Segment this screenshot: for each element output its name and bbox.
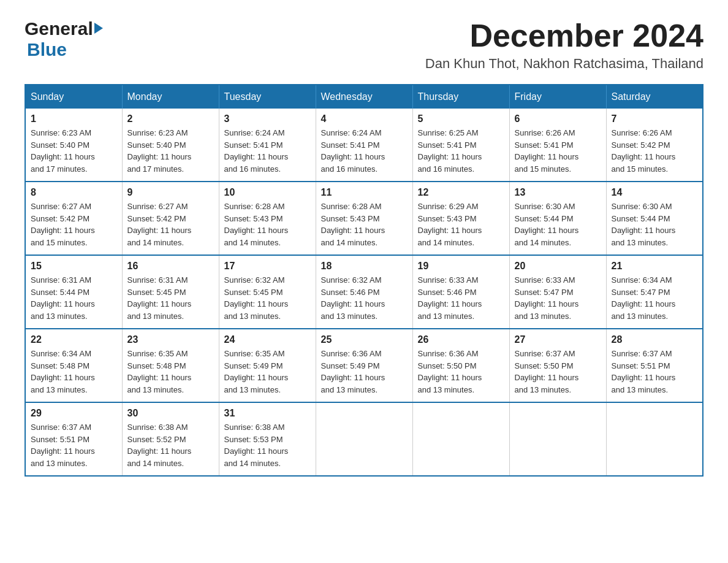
day-number: 8 [31, 187, 117, 198]
calendar-cell: 9Sunrise: 6:27 AMSunset: 5:42 PMDaylight… [122, 182, 219, 255]
calendar-cell: 11Sunrise: 6:28 AMSunset: 5:43 PMDayligh… [316, 182, 412, 255]
calendar-week-row: 8Sunrise: 6:27 AMSunset: 5:42 PMDaylight… [25, 182, 703, 255]
day-number: 9 [127, 187, 214, 198]
calendar-cell: 19Sunrise: 6:33 AMSunset: 5:46 PMDayligh… [412, 255, 509, 329]
day-number: 17 [224, 261, 311, 272]
day-info: Sunrise: 6:29 AMSunset: 5:43 PMDaylight:… [418, 201, 504, 248]
day-number: 29 [31, 408, 117, 419]
day-number: 21 [612, 261, 698, 272]
day-number: 6 [515, 113, 601, 124]
day-info: Sunrise: 6:38 AMSunset: 5:52 PMDaylight:… [127, 421, 214, 469]
day-info: Sunrise: 6:35 AMSunset: 5:48 PMDaylight:… [127, 348, 214, 396]
day-info: Sunrise: 6:34 AMSunset: 5:48 PMDaylight:… [31, 348, 117, 396]
title-section: December 2024 Dan Khun Thot, Nakhon Ratc… [425, 18, 703, 72]
day-info: Sunrise: 6:30 AMSunset: 5:44 PMDaylight:… [612, 201, 698, 248]
calendar-week-row: 1Sunrise: 6:23 AMSunset: 5:40 PMDaylight… [25, 109, 703, 182]
calendar-cell: 25Sunrise: 6:36 AMSunset: 5:49 PMDayligh… [316, 329, 412, 402]
day-number: 24 [224, 334, 311, 345]
day-number: 12 [418, 187, 504, 198]
calendar-cell: 23Sunrise: 6:35 AMSunset: 5:48 PMDayligh… [122, 329, 219, 402]
calendar-cell: 12Sunrise: 6:29 AMSunset: 5:43 PMDayligh… [412, 182, 509, 255]
weekday-header-monday: Monday [122, 85, 219, 109]
calendar-cell [316, 402, 412, 476]
calendar-cell: 29Sunrise: 6:37 AMSunset: 5:51 PMDayligh… [25, 402, 122, 476]
calendar-cell: 20Sunrise: 6:33 AMSunset: 5:47 PMDayligh… [509, 255, 606, 329]
logo-blue-text: Blue [27, 39, 67, 59]
day-number: 2 [127, 113, 214, 124]
calendar-cell: 18Sunrise: 6:32 AMSunset: 5:46 PMDayligh… [316, 255, 412, 329]
day-info: Sunrise: 6:37 AMSunset: 5:51 PMDaylight:… [31, 421, 117, 469]
day-info: Sunrise: 6:32 AMSunset: 5:45 PMDaylight:… [224, 274, 311, 322]
calendar-cell: 14Sunrise: 6:30 AMSunset: 5:44 PMDayligh… [606, 182, 703, 255]
calendar-cell: 30Sunrise: 6:38 AMSunset: 5:52 PMDayligh… [122, 402, 219, 476]
day-info: Sunrise: 6:25 AMSunset: 5:41 PMDaylight:… [418, 127, 504, 175]
day-info: Sunrise: 6:28 AMSunset: 5:43 PMDaylight:… [224, 201, 311, 248]
location-title: Dan Khun Thot, Nakhon Ratchasima, Thaila… [425, 56, 703, 72]
calendar-cell: 22Sunrise: 6:34 AMSunset: 5:48 PMDayligh… [25, 329, 122, 402]
month-title: December 2024 [425, 18, 703, 53]
day-info: Sunrise: 6:28 AMSunset: 5:43 PMDaylight:… [321, 201, 408, 248]
calendar-cell: 6Sunrise: 6:26 AMSunset: 5:41 PMDaylight… [509, 109, 606, 182]
calendar-cell: 2Sunrise: 6:23 AMSunset: 5:40 PMDaylight… [122, 109, 219, 182]
day-number: 14 [612, 187, 698, 198]
calendar-week-row: 22Sunrise: 6:34 AMSunset: 5:48 PMDayligh… [25, 329, 703, 402]
calendar-cell [412, 402, 509, 476]
day-info: Sunrise: 6:24 AMSunset: 5:41 PMDaylight:… [224, 127, 311, 175]
calendar-cell: 13Sunrise: 6:30 AMSunset: 5:44 PMDayligh… [509, 182, 606, 255]
day-info: Sunrise: 6:30 AMSunset: 5:44 PMDaylight:… [515, 201, 601, 248]
day-number: 20 [515, 261, 601, 272]
day-info: Sunrise: 6:36 AMSunset: 5:50 PMDaylight:… [418, 348, 504, 396]
day-info: Sunrise: 6:23 AMSunset: 5:40 PMDaylight:… [31, 127, 117, 175]
calendar-cell: 4Sunrise: 6:24 AMSunset: 5:41 PMDaylight… [316, 109, 412, 182]
calendar-cell: 24Sunrise: 6:35 AMSunset: 5:49 PMDayligh… [219, 329, 316, 402]
day-info: Sunrise: 6:26 AMSunset: 5:41 PMDaylight:… [515, 127, 601, 175]
day-info: Sunrise: 6:35 AMSunset: 5:49 PMDaylight:… [224, 348, 311, 396]
weekday-header-wednesday: Wednesday [316, 85, 412, 109]
day-info: Sunrise: 6:37 AMSunset: 5:51 PMDaylight:… [612, 348, 698, 396]
calendar-cell: 26Sunrise: 6:36 AMSunset: 5:50 PMDayligh… [412, 329, 509, 402]
calendar-cell: 21Sunrise: 6:34 AMSunset: 5:47 PMDayligh… [606, 255, 703, 329]
day-number: 10 [224, 187, 311, 198]
day-number: 16 [127, 261, 214, 272]
day-number: 5 [418, 113, 504, 124]
day-info: Sunrise: 6:24 AMSunset: 5:41 PMDaylight:… [321, 127, 408, 175]
day-info: Sunrise: 6:36 AMSunset: 5:49 PMDaylight:… [321, 348, 408, 396]
calendar-cell: 27Sunrise: 6:37 AMSunset: 5:50 PMDayligh… [509, 329, 606, 402]
calendar-cell: 7Sunrise: 6:26 AMSunset: 5:42 PMDaylight… [606, 109, 703, 182]
weekday-header-tuesday: Tuesday [219, 85, 316, 109]
day-info: Sunrise: 6:27 AMSunset: 5:42 PMDaylight:… [127, 201, 214, 248]
calendar-cell: 15Sunrise: 6:31 AMSunset: 5:44 PMDayligh… [25, 255, 122, 329]
calendar-week-row: 15Sunrise: 6:31 AMSunset: 5:44 PMDayligh… [25, 255, 703, 329]
logo-arrow-icon [94, 23, 103, 34]
calendar-cell: 3Sunrise: 6:24 AMSunset: 5:41 PMDaylight… [219, 109, 316, 182]
day-info: Sunrise: 6:31 AMSunset: 5:45 PMDaylight:… [127, 274, 214, 322]
weekday-header-row: SundayMondayTuesdayWednesdayThursdayFrid… [25, 85, 703, 109]
weekday-header-saturday: Saturday [606, 85, 703, 109]
day-number: 22 [31, 334, 117, 345]
calendar-cell: 17Sunrise: 6:32 AMSunset: 5:45 PMDayligh… [219, 255, 316, 329]
day-info: Sunrise: 6:32 AMSunset: 5:46 PMDaylight:… [321, 274, 408, 322]
day-number: 27 [515, 334, 601, 345]
calendar-cell: 5Sunrise: 6:25 AMSunset: 5:41 PMDaylight… [412, 109, 509, 182]
page-header: General Blue December 2024 Dan Khun Thot… [25, 18, 703, 72]
calendar-cell: 10Sunrise: 6:28 AMSunset: 5:43 PMDayligh… [219, 182, 316, 255]
calendar-cell: 8Sunrise: 6:27 AMSunset: 5:42 PMDaylight… [25, 182, 122, 255]
day-info: Sunrise: 6:27 AMSunset: 5:42 PMDaylight:… [31, 201, 117, 248]
day-info: Sunrise: 6:26 AMSunset: 5:42 PMDaylight:… [612, 127, 698, 175]
calendar-cell: 16Sunrise: 6:31 AMSunset: 5:45 PMDayligh… [122, 255, 219, 329]
calendar-cell: 1Sunrise: 6:23 AMSunset: 5:40 PMDaylight… [25, 109, 122, 182]
day-info: Sunrise: 6:33 AMSunset: 5:46 PMDaylight:… [418, 274, 504, 322]
day-number: 25 [321, 334, 408, 345]
logo-general-text: General [25, 18, 93, 39]
day-number: 15 [31, 261, 117, 272]
day-number: 28 [612, 334, 698, 345]
logo: General Blue [25, 18, 103, 60]
day-number: 26 [418, 334, 504, 345]
day-info: Sunrise: 6:33 AMSunset: 5:47 PMDaylight:… [515, 274, 601, 322]
day-number: 18 [321, 261, 408, 272]
weekday-header-friday: Friday [509, 85, 606, 109]
weekday-header-sunday: Sunday [25, 85, 122, 109]
day-info: Sunrise: 6:38 AMSunset: 5:53 PMDaylight:… [224, 421, 311, 469]
day-number: 13 [515, 187, 601, 198]
day-number: 19 [418, 261, 504, 272]
